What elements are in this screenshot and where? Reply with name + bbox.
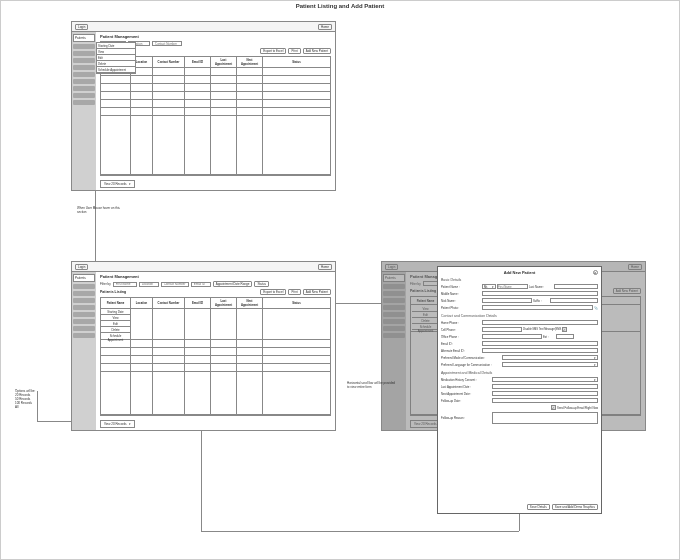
sidebar-item[interactable] (73, 100, 95, 105)
col-location[interactable]: Location (131, 298, 153, 308)
col-name[interactable]: Patient Name (101, 298, 131, 308)
nick-name-input[interactable] (482, 298, 532, 303)
home-button[interactable]: Home (318, 24, 332, 30)
sidebar-item-patients[interactable]: Patients (73, 274, 95, 282)
sidebar-item[interactable] (73, 319, 95, 324)
status-button[interactable]: Status (254, 281, 269, 287)
col-status[interactable]: Status (263, 298, 330, 308)
sidebar-item[interactable] (73, 333, 95, 338)
last-appt-input[interactable] (492, 384, 598, 389)
sidebar-item[interactable] (73, 72, 95, 77)
disable-sms-checkbox[interactable]: ✓ (562, 327, 567, 332)
followup-input[interactable] (492, 398, 598, 403)
med-hist-select[interactable]: ▾ (492, 377, 598, 382)
login-button[interactable]: Login (75, 264, 88, 270)
pref-mode-select[interactable]: ▾ (502, 355, 598, 360)
col-status[interactable]: Status (263, 57, 330, 67)
sidebar: Patients (72, 272, 96, 430)
records-dropdown[interactable]: View 20 Records▾ (100, 180, 135, 188)
home-phone-input[interactable] (482, 320, 598, 325)
label-disable-sms: Disable SMS Text Message(SMS (523, 328, 561, 331)
print-button[interactable]: Print (288, 289, 300, 295)
col-next-appt[interactable]: Next Appointment (237, 57, 263, 67)
table-row[interactable] (101, 116, 330, 175)
label-last-name: Last Name : (529, 285, 553, 289)
suffix-input[interactable] (550, 298, 598, 303)
middle-name-input[interactable] (482, 291, 598, 296)
cell-phone-input[interactable] (482, 327, 522, 332)
sidebar-item[interactable] (73, 312, 95, 317)
section-appt: Appointment and Medical Details (441, 371, 598, 375)
main-content: Patient Management Filter by Appointment… (96, 272, 335, 430)
first-name-input[interactable] (113, 282, 137, 287)
label-photo: Patient Photo : (441, 306, 481, 310)
sidebar-item[interactable] (73, 298, 95, 303)
connector (336, 303, 381, 304)
export-button[interactable]: Export to Excel (260, 48, 286, 54)
table-row[interactable] (101, 348, 330, 356)
col-last-appt[interactable]: Last Appointment (211, 298, 237, 308)
email-input[interactable] (482, 341, 598, 346)
table-row[interactable] (101, 108, 330, 116)
add-patient-button[interactable]: Add New Patient (303, 48, 331, 54)
export-button[interactable]: Export to Excel (260, 289, 286, 295)
pref-lang-select[interactable]: ▾ (502, 362, 598, 367)
contact-input[interactable] (161, 282, 189, 287)
sidebar-item[interactable] (73, 93, 95, 98)
home-button[interactable]: Home (318, 264, 332, 270)
col-email[interactable]: Email ID (185, 298, 211, 308)
window-listing-full: Login Home Patients Patient Management F… (71, 261, 336, 431)
table-row[interactable] (101, 356, 330, 364)
table-header: Patient Name Location Contact Number Ema… (101, 298, 330, 309)
patients-table: Patient Name Location Contact Number Ema… (100, 56, 331, 176)
close-icon[interactable]: ✕ (593, 270, 598, 275)
appt-range-button[interactable]: Appointment Date Range (213, 281, 253, 287)
sidebar-item[interactable] (73, 65, 95, 70)
alt-email-input[interactable] (482, 348, 598, 353)
col-contact[interactable]: Contact Number (153, 57, 185, 67)
col-next-appt[interactable]: Next Appointment (237, 298, 263, 308)
col-email[interactable]: Email ID (185, 57, 211, 67)
table-row[interactable] (101, 372, 330, 415)
sidebar-item[interactable] (73, 58, 95, 63)
records-dropdown[interactable]: View 20 Records▾ (100, 420, 135, 428)
sidebar-item[interactable] (73, 326, 95, 331)
add-patient-button[interactable]: Add New Patient (303, 289, 331, 295)
sidebar-item[interactable] (73, 51, 95, 56)
location-input[interactable] (139, 282, 159, 287)
table-row[interactable] (101, 364, 330, 372)
next-appt-input[interactable] (492, 391, 598, 396)
login-button[interactable]: Login (75, 24, 88, 30)
contact-input[interactable] (152, 41, 182, 46)
sidebar-item[interactable] (73, 44, 95, 49)
save-demo-button[interactable]: Save and Add Demo Graphics (552, 504, 598, 510)
email-input[interactable] (191, 282, 211, 287)
sidebar-item-patients[interactable]: Patients (73, 34, 95, 42)
last-name-input[interactable] (554, 284, 598, 289)
first-name-input[interactable] (497, 284, 528, 289)
table-row[interactable] (101, 340, 330, 348)
fu-reason-input[interactable] (492, 412, 598, 424)
sidebar-item[interactable] (73, 305, 95, 310)
print-button[interactable]: Print (288, 48, 300, 54)
office-phone-input[interactable] (482, 334, 542, 339)
sidebar-item[interactable] (73, 86, 95, 91)
title-select[interactable]: Mr.▾ (482, 284, 496, 289)
save-button[interactable]: Save Details (527, 504, 550, 510)
send-followup-checkbox[interactable]: ✓ (551, 405, 556, 410)
table-row[interactable] (101, 100, 330, 108)
sidebar-item[interactable] (73, 284, 95, 289)
table-row[interactable] (101, 84, 330, 92)
upload-icon[interactable]: 📎 (594, 306, 598, 310)
menu-item[interactable]: Schedule Appointment (97, 67, 135, 73)
table-row[interactable] (101, 76, 330, 84)
table-row[interactable]: Starting Date View Edit Delete Schedule … (101, 309, 330, 340)
menu-schedule[interactable]: Schedule Appointment (101, 333, 130, 339)
col-last-appt[interactable]: Last Appointment (211, 57, 237, 67)
col-contact[interactable]: Contact Number (153, 298, 185, 308)
sidebar-item[interactable] (73, 79, 95, 84)
sidebar-item[interactable] (73, 291, 95, 296)
ext-input[interactable] (556, 334, 574, 339)
photo-input[interactable] (482, 305, 593, 310)
table-row[interactable] (101, 92, 330, 100)
